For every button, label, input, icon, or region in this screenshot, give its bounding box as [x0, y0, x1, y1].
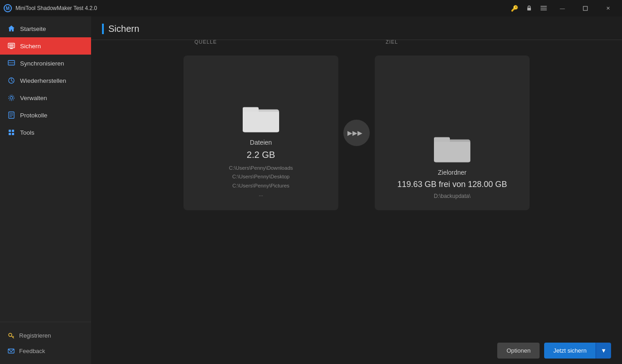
source-path-3: C:\Users\Penny\Pictures — [232, 183, 289, 188]
content-area: Sichern QUELLE Dateien 2.2 GB — [91, 16, 622, 364]
sidebar-label-wiederherstellen: Wiederherstellen — [20, 77, 66, 84]
source-folder-icon — [243, 101, 279, 133]
app-title: MiniTool ShadowMaker Test 4.2.0 — [15, 5, 97, 11]
destination-folder-icon — [434, 131, 470, 163]
minimize-button[interactable]: — — [552, 0, 573, 16]
title-bar: M MiniTool ShadowMaker Test 4.2.0 🔑 — ✕ — [0, 0, 622, 16]
sidebar-item-synchronisieren[interactable]: Synchronisieren — [0, 55, 91, 72]
arrow-connector: ▶▶▶ — [338, 119, 375, 147]
destination-free-space: 119.63 GB frei von 128.00 GB — [397, 180, 507, 189]
sidebar-item-startseite[interactable]: Startseite — [0, 20, 91, 37]
svg-text:M: M — [6, 6, 10, 11]
source-path-1: C:\Users\Penny\Downloads — [229, 165, 293, 171]
destination-content: Zielordner 119.63 GB frei von 128.00 GB … — [397, 131, 507, 199]
log-icon — [7, 111, 15, 119]
source-label: QUELLE — [194, 39, 217, 45]
footer-area: Optionen Jetzt sichern ▼ — [91, 337, 622, 364]
sidebar-label-tools: Tools — [20, 129, 35, 136]
dropdown-arrow-icon: ▼ — [601, 347, 607, 354]
manage-icon — [7, 94, 15, 102]
sidebar-item-registrieren[interactable]: Registrieren — [0, 328, 91, 343]
source-path-more: ... — [259, 192, 263, 197]
svg-rect-21 — [9, 133, 11, 135]
page-header: Sichern — [91, 16, 622, 40]
sidebar-label-registrieren: Registrieren — [19, 332, 51, 339]
svg-rect-6 — [583, 6, 587, 10]
source-card[interactable]: QUELLE Dateien 2.2 GB C:\Users\Penny\Dow… — [184, 56, 338, 210]
svg-rect-8 — [9, 44, 14, 47]
sidebar-label-verwalten: Verwalten — [20, 95, 47, 101]
options-button[interactable]: Optionen — [497, 343, 540, 359]
svg-rect-4 — [540, 8, 547, 9]
backup-now-button[interactable]: Jetzt sichern — [544, 343, 596, 359]
svg-rect-20 — [12, 130, 14, 132]
cards-row: QUELLE Dateien 2.2 GB C:\Users\Penny\Dow… — [102, 56, 611, 210]
svg-point-14 — [9, 95, 14, 101]
sidebar-label-startseite: Startseite — [20, 25, 46, 32]
sidebar-label-synchronisieren: Synchronisieren — [20, 60, 64, 67]
menu-icon[interactable] — [537, 3, 550, 14]
svg-rect-19 — [9, 130, 11, 132]
page-title: Sichern — [102, 24, 611, 34]
key-bottom-icon — [7, 332, 15, 339]
app-logo: M — [4, 4, 12, 12]
sync-icon — [7, 59, 15, 67]
destination-label: ZIEL — [386, 39, 398, 45]
svg-point-13 — [10, 96, 13, 99]
sidebar-item-verwalten[interactable]: Verwalten — [0, 89, 91, 106]
svg-rect-3 — [540, 6, 547, 7]
sidebar-item-sichern[interactable]: Sichern — [0, 37, 91, 55]
lock-icon[interactable] — [523, 3, 535, 14]
sidebar-bottom: Registrieren Feedback — [0, 322, 91, 364]
svg-rect-5 — [540, 10, 547, 10]
svg-rect-33 — [434, 142, 470, 162]
sidebar-item-tools[interactable]: Tools — [0, 124, 91, 141]
close-button[interactable]: ✕ — [597, 0, 618, 16]
svg-rect-22 — [12, 133, 14, 135]
backup-button-group: Jetzt sichern ▼ — [544, 343, 611, 359]
backup-dropdown-button[interactable]: ▼ — [596, 343, 611, 359]
svg-rect-2 — [527, 8, 531, 10]
arrow-circle: ▶▶▶ — [343, 120, 370, 146]
sidebar: Startseite Sichern — [0, 16, 91, 364]
source-size: 2.2 GB — [247, 150, 275, 160]
svg-text:▶▶▶: ▶▶▶ — [347, 129, 362, 136]
tools-icon — [7, 128, 15, 136]
sidebar-label-protokolle: Protokolle — [20, 112, 47, 119]
backup-icon — [7, 42, 15, 50]
sidebar-label-feedback: Feedback — [19, 348, 45, 354]
destination-type-label: Zielordner — [438, 169, 466, 176]
source-path-2: C:\Users\Penny\Desktop — [232, 174, 290, 179]
sidebar-item-feedback[interactable]: Feedback — [0, 343, 91, 359]
key-icon[interactable]: 🔑 — [508, 3, 521, 14]
main-content: QUELLE Dateien 2.2 GB C:\Users\Penny\Dow… — [91, 40, 622, 337]
source-content: Dateien 2.2 GB C:\Users\Penny\Downloads … — [229, 101, 293, 199]
sidebar-nav: Startseite Sichern — [0, 16, 91, 322]
sidebar-item-wiederherstellen[interactable]: Wiederherstellen — [0, 72, 91, 89]
source-type-label: Dateien — [250, 139, 272, 146]
svg-line-25 — [13, 336, 14, 337]
svg-rect-29 — [243, 111, 279, 132]
mail-icon — [7, 347, 15, 354]
source-paths: C:\Users\Penny\Downloads C:\Users\Penny\… — [229, 164, 293, 199]
restore-icon — [7, 76, 15, 85]
svg-rect-9 — [10, 48, 13, 49]
sidebar-label-sichern: Sichern — [20, 43, 41, 50]
destination-path: D:\backupdata\ — [434, 193, 471, 199]
destination-card[interactable]: ZIEL Zielordner 119.63 GB frei von 128.0… — [375, 56, 530, 210]
sidebar-item-protokolle[interactable]: Protokolle — [0, 106, 91, 124]
restore-button[interactable] — [575, 0, 596, 16]
home-icon — [7, 25, 15, 33]
